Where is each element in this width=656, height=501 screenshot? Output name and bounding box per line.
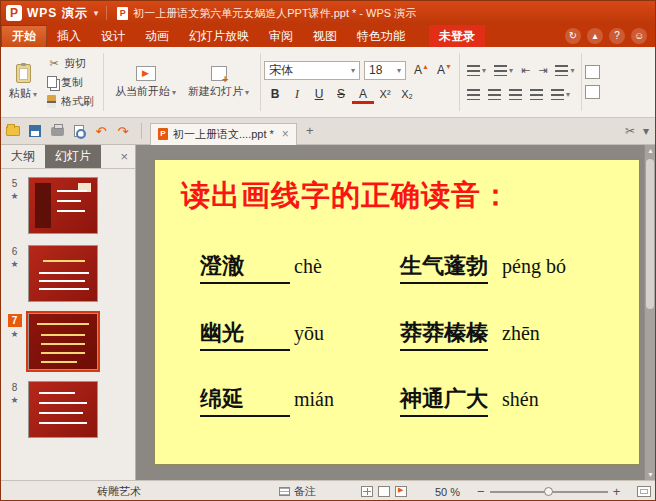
word-text[interactable]: 幽光	[200, 318, 290, 351]
open-file-button[interactable]	[3, 122, 23, 140]
zoom-percentage[interactable]: 50 %	[435, 486, 460, 498]
font-color-button[interactable]: A	[352, 87, 374, 104]
increase-font-button[interactable]: A▲	[410, 63, 433, 77]
word-text[interactable]: 绵延	[200, 384, 290, 417]
zoom-in-icon[interactable]: +	[608, 484, 626, 499]
numbered-list-button[interactable]: ▾	[490, 58, 517, 82]
scroll-up-icon[interactable]: ▲	[645, 145, 656, 156]
zoom-track[interactable]	[490, 491, 608, 493]
bold-button[interactable]: B	[264, 84, 286, 104]
tab-slideshow[interactable]: 幻灯片放映	[179, 25, 259, 47]
smiley-feedback-icon[interactable]: ☺	[631, 28, 647, 44]
slide-thumbnail[interactable]	[28, 177, 98, 234]
align-center-icon	[488, 89, 501, 100]
decrease-indent-button[interactable]: ⇤	[517, 58, 534, 82]
scrollbar-thumb[interactable]	[646, 159, 654, 309]
word-text[interactable]: 神通广大	[400, 384, 488, 417]
tab-special-features[interactable]: 特色功能	[347, 25, 415, 47]
slide-thumbnail[interactable]	[28, 381, 98, 438]
decrease-font-button[interactable]: A▼	[433, 63, 456, 77]
align-right-button[interactable]	[505, 82, 526, 106]
slideshow-view-icon[interactable]	[395, 486, 407, 497]
word-text[interactable]: 生气蓬勃	[400, 251, 488, 284]
tab-slides[interactable]: 幻灯片	[45, 145, 101, 168]
font-name-select[interactable]: 宋体 ▾	[264, 61, 360, 80]
pinyin-text[interactable]: chè	[294, 255, 382, 278]
notes-button[interactable]: 备注	[279, 484, 316, 499]
play-from-current-button[interactable]: ▶ 从当前开始▾	[109, 51, 182, 113]
word-text[interactable]: 澄澈	[200, 251, 290, 284]
document-tab[interactable]: P 初一上册语文....ppt * ×	[150, 123, 297, 145]
vertical-scrollbar[interactable]: ▲ ▼	[644, 145, 655, 480]
close-tab-icon[interactable]: ×	[282, 127, 289, 141]
zoom-out-icon[interactable]: −	[472, 484, 490, 499]
collapse-ribbon-icon[interactable]: ▴	[587, 28, 603, 44]
thumb-text-line	[39, 412, 83, 414]
format-painter-button[interactable]: 格式刷	[43, 92, 98, 111]
new-document-tab-button[interactable]: +	[301, 122, 319, 140]
document-tab-label: 初一上册语文....ppt *	[173, 127, 274, 142]
text-direction-button[interactable]: ▾	[551, 58, 578, 82]
font-size-select[interactable]: 18 ▾	[364, 61, 406, 80]
app-menu-button[interactable]: WPS 演示	[27, 5, 88, 22]
tab-design[interactable]: 设计	[91, 25, 135, 47]
undo-button[interactable]: ↶	[91, 122, 111, 140]
help-icon[interactable]: ?	[609, 28, 625, 44]
align-left-button[interactable]	[463, 82, 484, 106]
slide-thumbnail[interactable]	[28, 245, 98, 302]
pinyin-text[interactable]: péng bó	[502, 255, 566, 278]
subscript-button[interactable]: X₂	[396, 84, 418, 104]
zoom-thumb[interactable]	[544, 487, 553, 496]
print-button[interactable]	[47, 122, 67, 140]
bullet-list-button[interactable]: ▾	[463, 58, 490, 82]
redo-button[interactable]: ↷	[113, 122, 133, 140]
line-spacing-button[interactable]: ▾	[547, 82, 574, 106]
tab-insert[interactable]: 插入	[47, 25, 91, 47]
normal-view-icon[interactable]	[361, 486, 373, 497]
chevron-down-icon[interactable]: ▾	[94, 8, 99, 18]
tab-review[interactable]: 审阅	[259, 25, 303, 47]
skin-icon[interactable]: ↻	[565, 28, 581, 44]
increase-indent-button[interactable]: ⇥	[534, 58, 551, 82]
fit-slide-to-window-icon[interactable]	[637, 486, 651, 497]
pinyin-text[interactable]: yōu	[294, 322, 382, 345]
scroll-down-icon[interactable]: ▼	[645, 469, 656, 480]
shape-tool-icon[interactable]	[585, 65, 600, 79]
tab-outline[interactable]: 大纲	[1, 145, 45, 168]
thumb-figure	[35, 183, 51, 228]
strikethrough-button[interactable]: S	[330, 84, 352, 104]
paste-button[interactable]: 粘贴▾	[3, 51, 43, 113]
thumb-text-line	[39, 288, 89, 290]
word-text[interactable]: 莽莽榛榛	[400, 318, 488, 351]
pinyin-text[interactable]: shén	[502, 388, 539, 411]
cut-button[interactable]: ✂ 剪切	[43, 54, 98, 73]
tab-list-chevron-icon[interactable]: ▾	[643, 124, 649, 138]
italic-button[interactable]: I	[286, 84, 308, 104]
save-button[interactable]	[25, 122, 45, 140]
slide-canvas[interactable]: 读出画线字的正确读音： 澄澈 chè 生气蓬勃 péng bó 幽光 yōu 莽…	[154, 159, 640, 465]
pinyin-text[interactable]: zhēn	[502, 322, 540, 345]
slide-number-current: 7	[8, 314, 22, 327]
print-preview-button[interactable]	[69, 122, 89, 140]
status-bar: 砖雕艺术 备注 50 % − +	[1, 480, 655, 501]
tab-view[interactable]: 视图	[303, 25, 347, 47]
star-marker-icon: ★	[10, 191, 18, 201]
new-slide-button[interactable]: 新建幻灯片▾	[182, 51, 255, 113]
slide-title[interactable]: 读出画线字的正确读音：	[181, 176, 639, 216]
slide-thumbnail-selected[interactable]	[28, 313, 98, 370]
tab-home[interactable]: 开始	[1, 25, 47, 47]
close-sidebar-icon[interactable]: ×	[120, 149, 128, 164]
copy-button[interactable]: 复制	[43, 73, 98, 92]
arrange-tool-icon[interactable]	[585, 85, 600, 99]
superscript-button[interactable]: X²	[374, 84, 396, 104]
tab-animation[interactable]: 动画	[135, 25, 179, 47]
pinyin-text[interactable]: mián	[294, 388, 382, 411]
login-button[interactable]: 未登录	[429, 25, 485, 47]
underline-button[interactable]: U	[308, 84, 330, 104]
justify-icon	[530, 89, 543, 100]
scissors-icon[interactable]: ✂	[625, 124, 635, 138]
align-center-button[interactable]	[484, 82, 505, 106]
text-direction-icon	[555, 65, 568, 76]
justify-button[interactable]	[526, 82, 547, 106]
slide-sorter-view-icon[interactable]	[378, 486, 390, 497]
